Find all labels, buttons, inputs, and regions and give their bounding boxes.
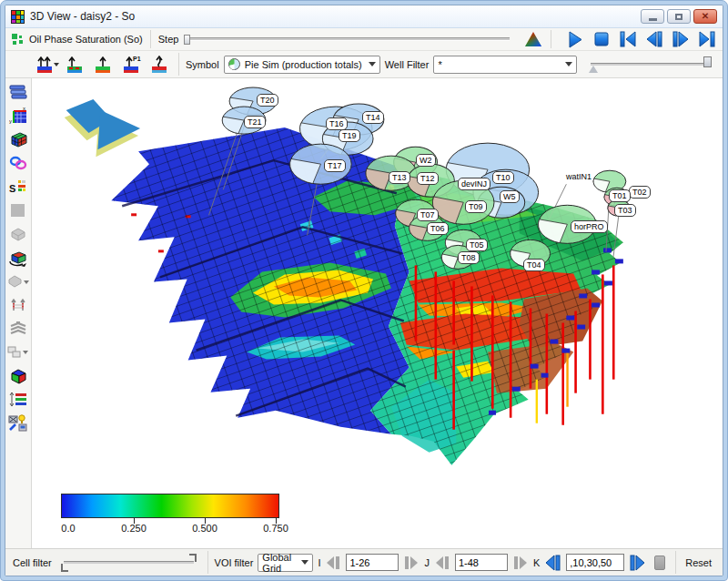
well-label[interactable]: T01 xyxy=(609,189,631,202)
cell-filter-slider[interactable] xyxy=(64,561,194,564)
color-legend: 0.0 0.250 0.500 0.750 xyxy=(61,494,298,518)
voi-filter-value: Global Grid xyxy=(262,552,297,574)
well-label[interactable]: T10 xyxy=(492,171,514,184)
symbol-label: Symbol xyxy=(186,59,219,70)
slider-thumb-left[interactable] xyxy=(589,66,598,73)
wells-completions-button[interactable] xyxy=(64,55,87,75)
well-label[interactable]: T17 xyxy=(324,159,346,172)
svg-text:P1: P1 xyxy=(133,56,141,62)
step-back-button[interactable] xyxy=(643,30,664,49)
i-prev-button[interactable] xyxy=(325,554,341,572)
rotate-cube-icon[interactable] xyxy=(7,247,30,268)
close-button[interactable]: ✕ xyxy=(693,9,717,24)
cell-filter-label: Cell filter xyxy=(13,557,52,568)
fence-layers-icon[interactable] xyxy=(7,318,30,339)
well-label[interactable]: W2 xyxy=(416,154,436,167)
i-next-button[interactable] xyxy=(403,554,420,572)
3d-viewport[interactable]: .pie circle { stroke:#2a2a2a; stroke-wid… xyxy=(32,78,723,548)
step-forward-button[interactable] xyxy=(670,30,691,49)
well-filter-dropdown[interactable]: * xyxy=(433,56,577,74)
wells-all-button[interactable] xyxy=(35,55,59,75)
well-label[interactable]: watIN1 xyxy=(563,171,594,182)
report-icon[interactable] xyxy=(7,81,30,102)
legend-value: 0.250 xyxy=(121,523,147,534)
step-slider-thumb[interactable] xyxy=(184,35,190,45)
slider-thumb-right[interactable] xyxy=(703,56,712,67)
well-label[interactable]: T06 xyxy=(427,222,449,235)
well-label[interactable]: T03 xyxy=(614,204,636,217)
slice-planes-icon[interactable] xyxy=(7,389,30,410)
svg-text:x: x xyxy=(23,107,25,111)
close-icon: ✕ xyxy=(702,12,709,21)
well-label[interactable]: T21 xyxy=(244,116,266,128)
k-range-input[interactable] xyxy=(566,554,624,571)
step-slider[interactable] xyxy=(184,37,510,41)
wells-labels-button[interactable]: P1 xyxy=(120,55,144,75)
color-triangle-button[interactable] xyxy=(522,30,543,49)
well-label[interactable]: T09 xyxy=(465,200,487,213)
filter-bar: Cell filter VOI filter Global Grid I J K… xyxy=(5,548,723,576)
separator xyxy=(178,53,179,76)
well-label[interactable]: T12 xyxy=(417,172,439,185)
saturation-property-icon[interactable]: S xyxy=(7,176,30,197)
render-settings-icon[interactable] xyxy=(7,413,30,433)
wells-zones-button[interactable] xyxy=(92,55,116,75)
well-label[interactable]: horPRO xyxy=(571,220,608,233)
stop-button[interactable] xyxy=(591,30,612,49)
reset-button[interactable]: Reset xyxy=(682,557,715,568)
play-button[interactable] xyxy=(564,30,585,49)
well-label[interactable]: T19 xyxy=(339,129,360,142)
title-bar: 3D View - daisy2 - So ✕ xyxy=(5,5,723,28)
slider-handle-left[interactable] xyxy=(61,564,68,572)
orientation-arrow xyxy=(65,99,140,157)
k-next-button[interactable] xyxy=(629,554,646,572)
playback-toolbar: Oil Phase Saturation (So) Step xyxy=(5,28,723,51)
well-label[interactable]: T20 xyxy=(257,94,278,107)
k-prev-button[interactable] xyxy=(544,554,561,572)
well-label[interactable]: T14 xyxy=(362,111,384,124)
skip-to-start-button[interactable] xyxy=(617,30,638,49)
symbol-toolbar: P1 Symbol Pie Sim (production totals) We… xyxy=(5,51,723,78)
apply-filter-button[interactable] xyxy=(654,556,664,570)
solid-icon[interactable] xyxy=(7,223,30,244)
3d-grid-icon[interactable] xyxy=(7,128,30,149)
skip-to-end-button[interactable] xyxy=(696,30,717,49)
voi-filter-dropdown[interactable]: Global Grid xyxy=(258,554,313,572)
property-dots-icon xyxy=(11,33,24,46)
chevron-down-icon xyxy=(369,62,376,66)
well-label[interactable]: T08 xyxy=(458,251,480,264)
plane-icon[interactable] xyxy=(7,199,30,220)
legend-gradient-bar xyxy=(61,494,279,518)
legend-value: 0.750 xyxy=(263,523,288,534)
link-icon[interactable] xyxy=(7,152,30,173)
j-range-input[interactable] xyxy=(455,554,508,571)
window-title: 3D View - daisy2 - So xyxy=(30,10,641,23)
transparency-slider[interactable] xyxy=(591,63,712,66)
slider-handle-right[interactable] xyxy=(189,554,197,562)
app-window: 3D View - daisy2 - So ✕ Oil Phase Satura… xyxy=(0,0,728,581)
grid-axes-icon[interactable]: xy xyxy=(7,105,30,126)
separator xyxy=(551,30,551,48)
symbol-value: Pie Sim (production totals) xyxy=(245,59,362,70)
separator xyxy=(675,551,676,574)
minimize-button[interactable] xyxy=(641,9,664,24)
minimize-icon xyxy=(649,18,657,21)
symbol-dropdown[interactable]: Pie Sim (production totals) xyxy=(224,56,380,74)
well-label[interactable]: W5 xyxy=(500,190,520,203)
wells-trajectory-button[interactable] xyxy=(148,55,172,75)
blocks-icon[interactable] xyxy=(7,341,30,362)
well-label[interactable]: T16 xyxy=(326,117,348,130)
cube-faces-icon[interactable] xyxy=(7,365,30,386)
well-label[interactable]: T07 xyxy=(417,209,439,221)
well-label[interactable]: T13 xyxy=(389,171,410,184)
i-range-input[interactable] xyxy=(346,554,399,571)
solid-options-icon[interactable] xyxy=(7,270,30,291)
well-label[interactable]: T02 xyxy=(629,186,651,199)
well-label[interactable]: devINJ xyxy=(458,178,490,190)
wells-display-icon[interactable] xyxy=(7,294,30,315)
well-label[interactable]: T05 xyxy=(466,239,488,251)
restore-button[interactable] xyxy=(667,9,691,24)
j-prev-button[interactable] xyxy=(434,554,450,572)
well-label[interactable]: T04 xyxy=(523,259,545,271)
j-next-button[interactable] xyxy=(512,554,529,572)
